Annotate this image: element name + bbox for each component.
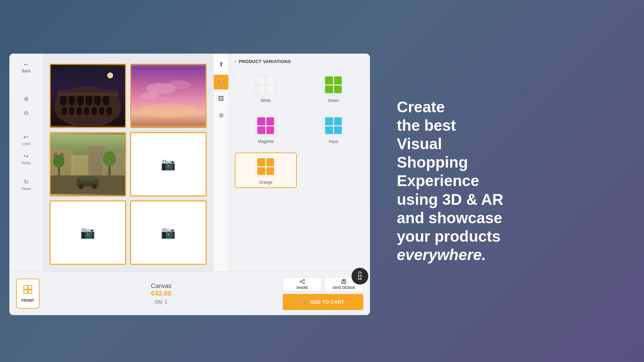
share-save-row: SHARE SAVE DESIGN	[283, 277, 363, 291]
redo-label: Redo	[22, 161, 31, 165]
promo-line3: Visual	[397, 135, 442, 153]
add-image-icon-6: 📷	[161, 226, 176, 240]
upload-tool-button[interactable]: ⬆	[214, 57, 228, 72]
orange-swatch	[255, 156, 276, 177]
swatch-sq	[257, 158, 265, 166]
swatch-sq	[266, 126, 274, 134]
swatch-sq	[334, 117, 342, 125]
swatch-sq	[334, 85, 342, 94]
svg-rect-41	[24, 286, 28, 289]
undo-icon: ↩	[23, 133, 29, 141]
promo-line5: Experience	[397, 172, 479, 189]
street-image	[51, 133, 125, 195]
chevron-right-icon: ›	[235, 59, 236, 64]
canvas-cell-1[interactable]	[50, 64, 126, 128]
swatch-sq	[257, 76, 265, 84]
cart-icon: 🛒	[302, 299, 308, 305]
svg-rect-8	[94, 95, 101, 106]
color-options-grid: White Green	[235, 71, 365, 188]
grid-tool-button[interactable]: ⊞	[214, 108, 228, 122]
swatch-sq	[325, 76, 333, 84]
canvas-cell-5[interactable]: 📷	[50, 200, 126, 265]
swatch-sq	[266, 76, 274, 84]
zakeke-text: ZAKEKE	[358, 271, 362, 281]
save-icon	[341, 279, 346, 285]
svg-point-45	[303, 279, 305, 281]
svg-rect-18	[57, 90, 118, 93]
svg-rect-43	[24, 290, 28, 294]
add-to-cart-label: ADD TO CART	[310, 299, 344, 305]
promo-text: Create the best Visual Shopping Experien…	[397, 98, 503, 264]
orange-label: Orange	[259, 180, 272, 185]
swatch-sq	[325, 126, 333, 134]
promo-line4: Shopping	[397, 154, 468, 171]
canvas-area: 📷 📷 📷	[43, 54, 213, 272]
zoom-out-button[interactable]: ⊖	[22, 108, 31, 118]
action-buttons: SHARE SAVE DESIGN 🛒	[283, 277, 363, 310]
variations-panel: › PRODUCT VARIATIONS White	[229, 54, 370, 272]
svg-rect-7	[86, 95, 92, 106]
zoom-in-button[interactable]: ⊕	[22, 94, 31, 104]
canvas-cell-6[interactable]: 📷	[130, 200, 207, 265]
white-swatch	[255, 74, 276, 96]
grid-icon: ⊞	[219, 112, 223, 118]
svg-line-49	[301, 282, 303, 283]
green-swatch	[323, 74, 344, 96]
promo-line7: and showcase	[397, 209, 502, 227]
green-label: Green	[328, 98, 339, 103]
back-button[interactable]: ← Back	[22, 60, 31, 73]
svg-point-47	[303, 283, 305, 284]
redo-button[interactable]: ↪ Redo	[20, 151, 32, 167]
color-option-white[interactable]: White	[235, 71, 297, 106]
color-option-magenta[interactable]: Magenta	[235, 112, 297, 147]
swatch-sq	[257, 167, 265, 175]
paint-tool-button[interactable]: 🎨	[214, 75, 228, 89]
zoom-out-icon: ⊖	[24, 109, 29, 117]
gallery-icon: 🖼	[218, 95, 224, 102]
swatch-sq	[266, 167, 274, 175]
svg-rect-6	[77, 95, 84, 106]
swatch-sq	[325, 117, 333, 125]
svg-rect-44	[28, 290, 32, 294]
color-option-green[interactable]: Green	[302, 71, 365, 106]
gallery-tool-button[interactable]: 🖼	[214, 91, 228, 106]
upload-icon: ⬆	[219, 61, 224, 68]
svg-line-48	[301, 280, 303, 281]
canvas-cell-3[interactable]	[50, 132, 126, 196]
svg-rect-12	[77, 107, 82, 115]
zoom-in-icon: ⊕	[24, 95, 29, 103]
aqua-label: Aqua	[329, 139, 338, 144]
swatch-sq	[266, 117, 274, 125]
app-card: ← Back ⊕ ⊖ ↩ Undo ↪ Redo	[9, 54, 370, 315]
svg-point-38	[103, 151, 116, 166]
color-option-aqua[interactable]: Aqua	[302, 112, 365, 147]
svg-point-1	[107, 72, 113, 78]
svg-rect-52	[342, 282, 345, 283]
canvas-cell-4[interactable]: 📷	[130, 132, 207, 196]
svg-point-21	[168, 80, 191, 89]
swatch-sq	[334, 126, 342, 134]
svg-point-46	[300, 281, 301, 282]
reset-label: Reset	[21, 187, 31, 191]
left-sidebar: ← Back ⊕ ⊖ ↩ Undo ↪ Redo	[9, 54, 43, 272]
add-image-icon-5: 📷	[80, 226, 95, 240]
add-to-cart-button[interactable]: 🛒 ADD TO CART	[283, 294, 363, 310]
swatch-sq	[257, 126, 265, 134]
app-top: ← Back ⊕ ⊖ ↩ Undo ↪ Redo	[9, 54, 370, 272]
canvas-qty: Qty: 1	[151, 299, 171, 304]
color-option-orange[interactable]: Orange	[235, 153, 297, 188]
canvas-cell-2[interactable]	[130, 64, 207, 128]
share-button[interactable]: SHARE	[283, 277, 322, 291]
svg-point-36	[92, 184, 97, 189]
swatch-sq	[257, 117, 265, 125]
reset-button[interactable]: ↻ Reset	[20, 177, 33, 192]
undo-label: Undo	[22, 142, 31, 146]
undo-button[interactable]: ↩ Undo	[20, 132, 32, 147]
svg-rect-16	[106, 107, 112, 115]
promo-line2: the best	[397, 117, 456, 134]
variations-title: PRODUCT VARIATIONS	[239, 59, 291, 64]
front-tab[interactable]: FRONT	[16, 279, 40, 309]
swatch-sq	[334, 76, 342, 84]
promo-line9: everywhere.	[397, 246, 486, 263]
swatch-sq	[266, 158, 274, 166]
